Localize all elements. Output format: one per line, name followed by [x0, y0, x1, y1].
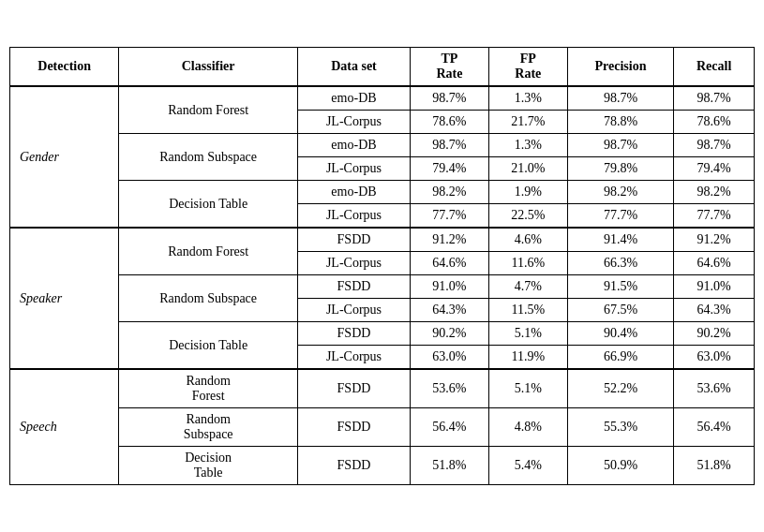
col-header-recall: Recall: [674, 48, 755, 87]
recall-cell: 91.0%: [674, 275, 755, 299]
tp-cell: 98.7%: [411, 86, 489, 111]
tp-cell: 91.2%: [411, 228, 489, 252]
recall-cell: 56.4%: [674, 408, 755, 447]
precision-cell: 91.5%: [567, 275, 674, 299]
table-row: Random Subspaceemo-DB98.7%1.3%98.7%98.7%: [10, 134, 755, 157]
col-header-detection: Detection: [10, 48, 119, 87]
precision-cell: 52.2%: [567, 369, 674, 408]
detection-cell: Gender: [10, 86, 119, 228]
precision-cell: 55.3%: [567, 408, 674, 447]
fp-cell: 5.4%: [488, 447, 567, 485]
recall-cell: 64.3%: [674, 299, 755, 322]
fp-cell: 21.7%: [488, 111, 567, 134]
col-header-classifier: Classifier: [119, 48, 298, 87]
recall-cell: 90.2%: [674, 322, 755, 346]
table-container: Detection Classifier Data set TPRate FPR…: [9, 47, 755, 485]
classifier-cell: Decision Table: [119, 322, 298, 370]
dataset-cell: JL-Corpus: [297, 111, 410, 134]
recall-cell: 98.7%: [674, 134, 755, 157]
precision-cell: 98.2%: [567, 181, 674, 204]
fp-cell: 22.5%: [488, 204, 567, 229]
detection-cell: Speech: [10, 369, 119, 485]
tp-cell: 77.7%: [411, 204, 489, 229]
dataset-cell: JL-Corpus: [297, 299, 410, 322]
results-table: Detection Classifier Data set TPRate FPR…: [9, 47, 755, 485]
dataset-cell: FSDD: [297, 447, 410, 485]
recall-cell: 98.2%: [674, 181, 755, 204]
recall-cell: 51.8%: [674, 447, 755, 485]
tp-cell: 64.3%: [411, 299, 489, 322]
precision-cell: 98.7%: [567, 86, 674, 111]
classifier-cell: RandomForest: [119, 369, 298, 408]
detection-cell: Speaker: [10, 228, 119, 369]
table-row: Random SubspaceFSDD91.0%4.7%91.5%91.0%: [10, 275, 755, 299]
dataset-cell: JL-Corpus: [297, 157, 410, 181]
fp-cell: 1.3%: [488, 134, 567, 157]
dataset-cell: emo-DB: [297, 134, 410, 157]
fp-cell: 5.1%: [488, 369, 567, 408]
tp-cell: 53.6%: [411, 369, 489, 408]
col-header-tp: TPRate: [411, 48, 489, 87]
dataset-cell: FSDD: [297, 369, 410, 408]
dataset-cell: FSDD: [297, 408, 410, 447]
table-row: DecisionTableFSDD51.8%5.4%50.9%51.8%: [10, 447, 755, 485]
dataset-cell: JL-Corpus: [297, 204, 410, 229]
classifier-cell: DecisionTable: [119, 447, 298, 485]
dataset-cell: JL-Corpus: [297, 252, 410, 275]
tp-cell: 91.0%: [411, 275, 489, 299]
precision-cell: 66.3%: [567, 252, 674, 275]
recall-cell: 77.7%: [674, 204, 755, 229]
dataset-cell: emo-DB: [297, 86, 410, 111]
precision-cell: 79.8%: [567, 157, 674, 181]
precision-cell: 67.5%: [567, 299, 674, 322]
tp-cell: 98.7%: [411, 134, 489, 157]
table-row: GenderRandom Forestemo-DB98.7%1.3%98.7%9…: [10, 86, 755, 111]
dataset-cell: emo-DB: [297, 181, 410, 204]
tp-cell: 98.2%: [411, 181, 489, 204]
classifier-cell: Random Subspace: [119, 134, 298, 181]
classifier-cell: Decision Table: [119, 181, 298, 229]
dataset-cell: FSDD: [297, 275, 410, 299]
recall-cell: 91.2%: [674, 228, 755, 252]
fp-cell: 11.9%: [488, 346, 567, 370]
fp-cell: 4.6%: [488, 228, 567, 252]
table-row: SpeechRandomForestFSDD53.6%5.1%52.2%53.6…: [10, 369, 755, 408]
fp-cell: 5.1%: [488, 322, 567, 346]
fp-cell: 1.9%: [488, 181, 567, 204]
tp-cell: 64.6%: [411, 252, 489, 275]
classifier-cell: Random Subspace: [119, 275, 298, 322]
tp-cell: 78.6%: [411, 111, 489, 134]
table-row: RandomSubspaceFSDD56.4%4.8%55.3%56.4%: [10, 408, 755, 447]
classifier-cell: RandomSubspace: [119, 408, 298, 447]
tp-cell: 56.4%: [411, 408, 489, 447]
tp-cell: 90.2%: [411, 322, 489, 346]
table-row: SpeakerRandom ForestFSDD91.2%4.6%91.4%91…: [10, 228, 755, 252]
recall-cell: 64.6%: [674, 252, 755, 275]
precision-cell: 77.7%: [567, 204, 674, 229]
precision-cell: 98.7%: [567, 134, 674, 157]
recall-cell: 79.4%: [674, 157, 755, 181]
precision-cell: 91.4%: [567, 228, 674, 252]
table-row: Decision TableFSDD90.2%5.1%90.4%90.2%: [10, 322, 755, 346]
fp-cell: 4.8%: [488, 408, 567, 447]
dataset-cell: FSDD: [297, 228, 410, 252]
classifier-cell: Random Forest: [119, 228, 298, 275]
tp-cell: 63.0%: [411, 346, 489, 370]
precision-cell: 90.4%: [567, 322, 674, 346]
precision-cell: 50.9%: [567, 447, 674, 485]
fp-cell: 11.6%: [488, 252, 567, 275]
dataset-cell: JL-Corpus: [297, 346, 410, 370]
recall-cell: 63.0%: [674, 346, 755, 370]
precision-cell: 78.8%: [567, 111, 674, 134]
classifier-cell: Random Forest: [119, 86, 298, 134]
table-row: Decision Tableemo-DB98.2%1.9%98.2%98.2%: [10, 181, 755, 204]
col-header-precision: Precision: [567, 48, 674, 87]
fp-cell: 1.3%: [488, 86, 567, 111]
fp-cell: 11.5%: [488, 299, 567, 322]
col-header-fp: FPRate: [488, 48, 567, 87]
tp-cell: 79.4%: [411, 157, 489, 181]
recall-cell: 78.6%: [674, 111, 755, 134]
fp-cell: 4.7%: [488, 275, 567, 299]
tp-cell: 51.8%: [411, 447, 489, 485]
col-header-dataset: Data set: [297, 48, 410, 87]
